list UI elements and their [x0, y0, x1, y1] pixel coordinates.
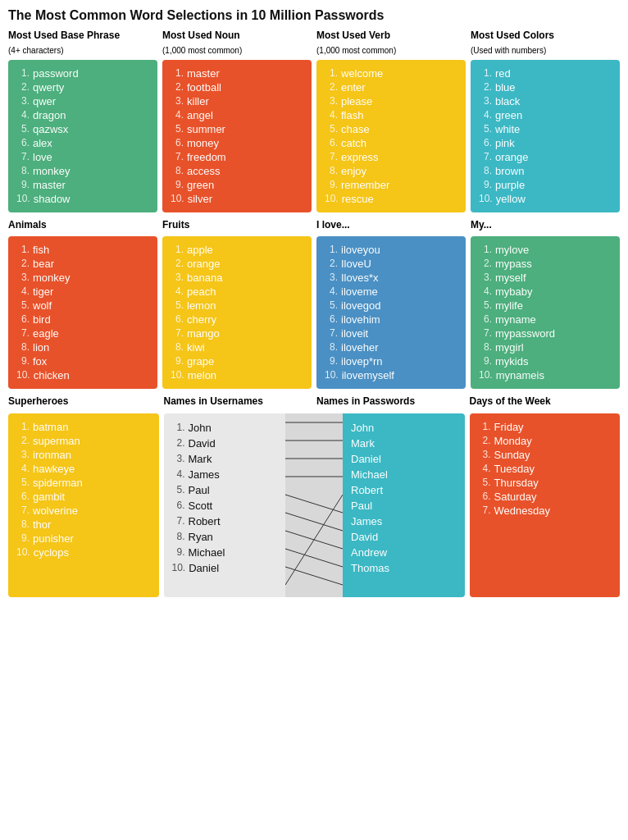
list-item: 6.Scott	[172, 498, 278, 514]
card-my: 1.mylove2.mypass3.myself4.mybaby5.mylife…	[471, 236, 620, 389]
list-item: 7.express	[325, 150, 457, 164]
list-item: 3.please	[325, 94, 457, 108]
list-item: Mark	[351, 436, 457, 451]
list-item: 2.mypass	[479, 257, 612, 271]
list-item: 2.IloveU	[325, 257, 457, 271]
list-item: 1.master	[171, 66, 303, 80]
list-item: Daniel	[351, 451, 457, 467]
list-item: 9.green	[171, 178, 303, 192]
svg-line-7	[285, 549, 343, 567]
list-item: 3.banana	[171, 271, 303, 285]
list-item: 4.mybaby	[479, 285, 612, 299]
list-item: 9.purple	[479, 178, 612, 192]
list-item: 8.lion	[16, 340, 149, 354]
list-item: 9.master	[16, 178, 149, 192]
list-item: 7.love	[16, 150, 149, 164]
list-item: 5.wolf	[16, 299, 149, 313]
svg-line-9	[285, 495, 343, 585]
list-item: 7.orange	[479, 150, 612, 164]
list-item: 8.iloveher	[325, 340, 457, 354]
list-item: 5.Thursday	[478, 476, 612, 490]
list-item: 2.football	[171, 80, 303, 94]
card-verb: 1.welcome2.enter3.please4.flash5.chase6.…	[316, 60, 466, 212]
list-item: 8.enjoy	[325, 164, 457, 178]
section-label-days: Days of the Week	[470, 395, 621, 412]
list-item: 5.mylife	[479, 299, 612, 313]
list-item: 10.rescue	[325, 192, 457, 206]
list-item: 4.flash	[325, 108, 457, 122]
list-item: 7.Robert	[172, 514, 278, 529]
list-item: 5.Paul	[172, 482, 278, 498]
list-item: 10.melon	[171, 368, 303, 382]
section-label-base: Most Used Base Phrase (4+ characters)	[8, 30, 157, 58]
list-item: 8.kiwi	[171, 340, 303, 354]
list-item: 6.cherry	[171, 313, 303, 326]
list-item: 1.John	[172, 420, 278, 436]
list-item: 2.superman	[16, 434, 151, 448]
section-label-names: Names in Usernames Names in Passwords	[164, 395, 465, 412]
list-item: 2.David	[172, 436, 278, 451]
card-noun: 1.master2.football3.killer4.angel5.summe…	[162, 60, 312, 212]
list-item: 1.iloveyou	[325, 243, 457, 257]
list-item: 2.bear	[16, 257, 149, 271]
list-item: 4.peach	[171, 285, 303, 299]
list-item: 1.apple	[171, 243, 303, 257]
list-item: 4.hawkeye	[16, 462, 151, 476]
names-passwords-card: JohnMarkDanielMichaelRobertPaulJamesDavi…	[343, 413, 465, 597]
list-item: 7.mango	[171, 326, 303, 340]
list-item: Michael	[351, 467, 457, 482]
list-item: 7.wolverine	[16, 504, 151, 518]
list-item: 4.iloveme	[325, 285, 457, 299]
list-item: 5.ilovegod	[325, 299, 457, 313]
list-item: 9.punisher	[16, 532, 151, 546]
list-item: John	[351, 420, 457, 436]
list-item: 6.bird	[16, 313, 149, 326]
list-item: 2.blue	[479, 80, 612, 94]
list-item: 7.iloveit	[325, 326, 457, 340]
names-connector	[285, 413, 343, 597]
list-item: 9.mykids	[479, 354, 612, 368]
section-label-colors: Most Used Colors (Used with numbers)	[471, 30, 620, 58]
list-item: 1.Friday	[478, 420, 612, 434]
list-item: 8.brown	[479, 164, 612, 178]
list-item: 8.access	[171, 164, 303, 178]
list-item: 3.Sunday	[478, 448, 612, 462]
list-item: 6.gambit	[16, 490, 151, 504]
list-item: 2.enter	[325, 80, 457, 94]
list-item: 10.Daniel	[172, 560, 278, 576]
list-item: 8.mygirl	[479, 340, 612, 354]
list-item: 5.chase	[325, 122, 457, 136]
list-item: 8.Ryan	[172, 529, 278, 545]
list-item: 4.tiger	[16, 285, 149, 299]
list-item: 7.freedom	[171, 150, 303, 164]
list-item: 6.alex	[16, 136, 149, 150]
list-item: 6.Saturday	[478, 490, 612, 504]
list-item: 2.orange	[171, 257, 303, 271]
card-base-phrase: 1.password2.qwerty3.qwer4.dragon5.qazwsx…	[8, 60, 157, 212]
list-item: 6.myname	[479, 313, 612, 326]
list-item: 9.ilovep*rn	[325, 354, 457, 368]
list-item: 3.Iloves*x	[325, 271, 457, 285]
list-item: Robert	[351, 482, 457, 498]
list-item: 2.Monday	[478, 434, 612, 448]
list-item: 10.chicken	[16, 368, 149, 382]
list-item: 4.angel	[171, 108, 303, 122]
list-item: 5.white	[479, 122, 612, 136]
card-ilove: 1.iloveyou2.IloveU3.Iloves*x4.iloveme5.i…	[316, 236, 466, 389]
list-item: 1.batman	[16, 420, 151, 434]
names-section: 1.John2.David3.Mark4.James5.Paul6.Scott7…	[164, 413, 465, 597]
list-item: 3.killer	[171, 94, 303, 108]
section-label-fruits: Fruits	[162, 219, 312, 235]
list-item: Paul	[351, 498, 457, 514]
svg-line-8	[285, 567, 343, 585]
list-item: 3.monkey	[16, 271, 149, 285]
list-item: 4.dragon	[16, 108, 149, 122]
list-item: 6.ilovehim	[325, 313, 457, 326]
list-item: 1.fish	[16, 243, 149, 257]
list-item: 1.mylove	[479, 243, 612, 257]
list-item: 7.mypassword	[479, 326, 612, 340]
list-item: 9.grape	[171, 354, 303, 368]
list-item: 10.shadow	[16, 192, 149, 206]
card-fruits: 1.apple2.orange3.banana4.peach5.lemon6.c…	[162, 236, 312, 389]
card-animals: 1.fish2.bear3.monkey4.tiger5.wolf6.bird7…	[8, 236, 157, 389]
